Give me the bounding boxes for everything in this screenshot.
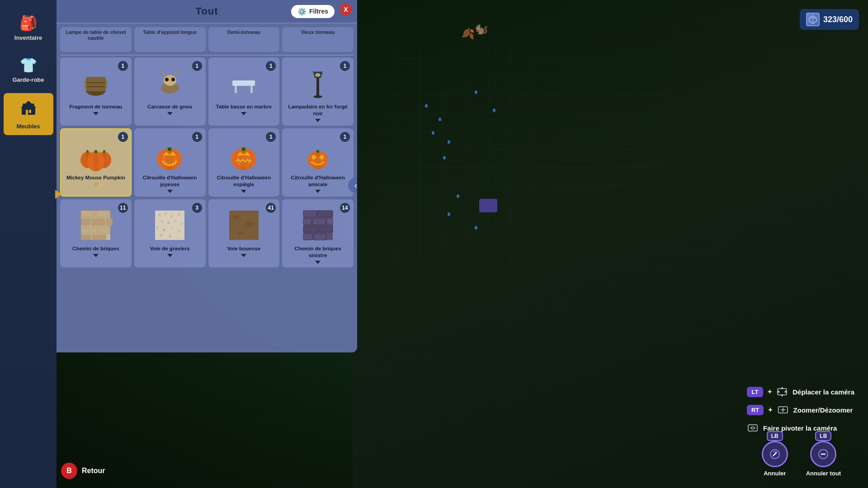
item-name-mickey-pumpkin: Mickey Mouse Pumpkin [66, 174, 125, 181]
item-card-fragment-tonneau[interactable]: 1 Fragment de tonneau [60, 57, 132, 126]
control-row-zoom: RT + Zoomer/Dézoomer [747, 404, 854, 416]
svg-point-41 [315, 73, 321, 77]
partial-item-0[interactable]: Lampe de table de chevet nautile [60, 27, 132, 52]
svg-point-33 [171, 78, 175, 81]
item-card-citrouille-joyeuse[interactable]: 1 [134, 128, 206, 197]
nav-arrow-left[interactable]: ‹ [348, 178, 357, 193]
item-card-mickey-pumpkin[interactable]: 1 [60, 128, 132, 197]
annuler-icon [769, 448, 781, 460]
partial-item-2[interactable]: Demi-tonneau [208, 27, 280, 52]
item-name-citrouille-amicale: Citrouille d'Halloween amicale [286, 174, 350, 188]
panel-header: Tout ⚙️ Filtres X [57, 0, 357, 23]
sidebar-item-garde-robe[interactable]: 👕 Garde-robe [4, 51, 53, 89]
svg-point-23 [32, 103, 34, 106]
item-card-citrouille-espiegle[interactable]: 1 Citrouille d'Hallowe [208, 128, 280, 197]
item-image-fragment-tonneau [78, 66, 114, 102]
annuler-circle[interactable] [762, 441, 788, 467]
svg-rect-85 [91, 219, 105, 225]
item-card-carcasse-gnou[interactable]: 1 Carcasse de gnou [134, 57, 206, 126]
zoom-icon [777, 404, 789, 416]
svg-point-40 [313, 95, 322, 98]
sidebar-label-inventaire: Inventaire [14, 34, 42, 41]
item-badge-1: 1 [192, 61, 202, 71]
svg-point-109 [245, 222, 254, 226]
annuler-tout-circle[interactable] [810, 441, 836, 467]
item-badge-mickey: 1 [118, 132, 128, 142]
svg-point-96 [161, 220, 163, 222]
item-badge-joyeuse: 1 [192, 132, 202, 142]
item-card-voie-graviers[interactable]: 3 [134, 199, 206, 267]
svg-rect-119 [303, 226, 318, 232]
partial-item-3[interactable]: Vieux tonneau [282, 27, 354, 52]
item-name-citrouille-joyeuse: Citrouille d'Halloween joyeuse [138, 174, 202, 188]
item-card-chemin-briques[interactable]: 11 [60, 199, 132, 267]
filter-button[interactable]: ⚙️ Filtres [291, 5, 335, 18]
panel-nav: Y ‹ › [348, 160, 357, 193]
svg-rect-34 [232, 80, 255, 86]
control-text-zoom: Zoomer/Dézoomer [793, 406, 853, 414]
item-image-lampadaire [300, 66, 336, 102]
item-badge-2: 1 [266, 61, 276, 71]
sidebar-item-inventaire[interactable]: 🎒 Inventaire [4, 9, 53, 47]
item-image-voie-boueuse [226, 207, 262, 244]
item-card-lampadaire[interactable]: 1 Lampadaire en fer forgé noir [282, 57, 354, 126]
top-partial-row: Lampe de table de chevet nautile Table d… [60, 27, 354, 52]
annuler-label: Annuler [764, 470, 786, 477]
close-icon: X [344, 6, 348, 13]
item-card-voie-boueuse[interactable]: 41 Voie boueuse [208, 199, 280, 267]
svg-rect-89 [81, 235, 91, 240]
svg-point-73 [236, 153, 252, 167]
item-name-carcasse-gnou: Carcasse de gnou [147, 103, 192, 110]
svg-rect-18 [22, 107, 35, 115]
svg-rect-52 [86, 150, 89, 153]
back-button[interactable]: B Retour [61, 463, 105, 479]
svg-point-102 [171, 227, 173, 229]
svg-rect-21 [29, 110, 31, 113]
svg-rect-20 [26, 110, 28, 115]
control-text-camera-move: Déplacer la caméra [793, 388, 854, 396]
item-arrow-1 [167, 112, 173, 115]
svg-rect-122 [314, 234, 326, 240]
svg-point-94 [170, 215, 173, 218]
item-name-chemin-sinistre: Chemin de briques sinistre [286, 245, 350, 259]
sidebar-item-meubles[interactable]: Meubles [4, 93, 53, 135]
svg-rect-120 [319, 226, 333, 232]
svg-point-80 [311, 155, 324, 166]
sidebar-label-garde-robe: Garde-robe [12, 76, 44, 83]
scroll-area[interactable]: Lampe de table de chevet nautile Table d… [57, 23, 357, 352]
svg-point-100 [156, 226, 159, 229]
item-arrow-0 [93, 112, 99, 115]
house-icon [19, 99, 38, 120]
item-name-lampadaire: Lampadaire en fer forgé noir [286, 103, 350, 117]
grid-row-3: 11 [60, 199, 354, 267]
partial-name-1: Table d'appoint longue [143, 29, 197, 35]
close-button[interactable]: X [340, 4, 352, 15]
item-image-voie-graviers [152, 207, 188, 244]
item-name-chemin-briques: Chemin de briques [72, 245, 119, 252]
item-arrow-graviers [167, 254, 173, 257]
item-card-chemin-sinistre[interactable]: 14 [282, 199, 354, 267]
control-row-camera-move: LT + Déplacer la caméra [747, 386, 854, 398]
item-name-table-marbre: Table basse en marbre [216, 103, 272, 110]
item-card-citrouille-amicale[interactable]: 1 Citroui [282, 128, 354, 197]
bottom-buttons: LB Annuler LB Annuler tout [762, 441, 841, 477]
active-sidebar-arrow [55, 190, 61, 199]
bottom-btn-annuler-tout[interactable]: LB Annuler tout [806, 441, 841, 477]
item-image-citrouille-amicale [300, 136, 336, 173]
partial-name-0: Lampe de table de chevet nautile [62, 29, 129, 41]
item-image-mickey-pumpkin [78, 136, 114, 173]
partial-item-1[interactable]: Table d'appoint longue [134, 27, 206, 52]
inventory-count-text: 323/600 [823, 15, 853, 24]
svg-marker-126 [781, 387, 783, 389]
item-image-carcasse-gnou [152, 66, 188, 102]
svg-point-97 [167, 221, 170, 224]
item-card-table-marbre[interactable]: 1 Table basse en marbre [208, 57, 280, 126]
item-arrow-boueuse [241, 254, 246, 257]
svg-rect-117 [313, 218, 326, 225]
svg-rect-84 [81, 219, 90, 225]
bottom-btn-annuler[interactable]: LB Annuler [762, 441, 788, 477]
svg-point-112 [251, 216, 252, 217]
item-image-chemin-briques [78, 207, 114, 244]
item-badge-3: 1 [340, 61, 350, 71]
item-image-chemin-sinistre [300, 207, 336, 244]
